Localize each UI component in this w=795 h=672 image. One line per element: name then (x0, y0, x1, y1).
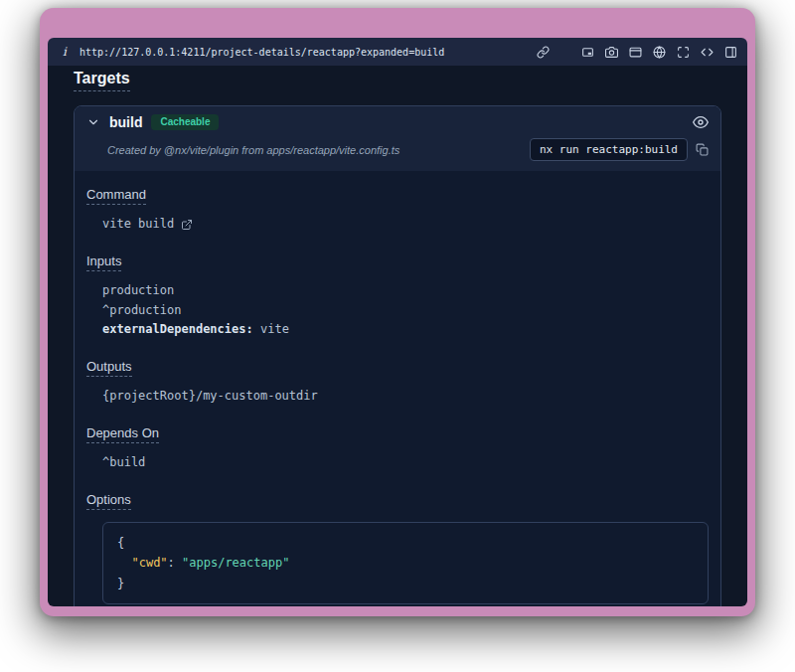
target-card-build: build Cacheable Created by @nx/vite/plug… (74, 105, 721, 606)
options-json-block: { "cwd": "apps/reactapp" } (102, 522, 709, 604)
browser-toolbar: i http://127.0.0.1:4211/project-details/… (48, 38, 747, 66)
link-icon[interactable] (537, 46, 550, 59)
cacheable-badge: Cacheable (151, 114, 219, 130)
options-label: Options (86, 492, 131, 510)
toolbar-actions (537, 46, 737, 59)
eye-icon[interactable] (693, 114, 709, 130)
target-header-build[interactable]: build Cacheable (75, 106, 720, 132)
chevron-down-icon[interactable] (86, 115, 100, 129)
code-icon[interactable] (701, 46, 714, 59)
browser-window-frame: i http://127.0.0.1:4211/project-details/… (40, 8, 755, 616)
outputs-label: Outputs (86, 359, 132, 377)
output-item: {projectRoot}/my-custom-outdir (102, 387, 709, 407)
sidebar-icon[interactable] (724, 46, 737, 59)
section-options: Options { "cwd": "apps/reactapp" } (86, 490, 709, 604)
created-by-text: Created by @nx/vite/plugin from apps/rea… (107, 144, 522, 156)
section-inputs: Inputs production ^production externalDe… (86, 252, 709, 340)
globe-icon[interactable] (653, 46, 666, 59)
target-meta-row: Created by @nx/vite/plugin from apps/rea… (75, 132, 720, 171)
pip-icon[interactable] (581, 46, 594, 59)
depends-on-item: ^build (102, 453, 709, 473)
target-details: Command vite build Inputs production (75, 171, 720, 606)
external-link-icon[interactable] (181, 219, 193, 231)
json-key: "cwd" (131, 556, 167, 570)
page-title: Targets (74, 70, 130, 91)
run-command-chip[interactable]: nx run reactapp:build (530, 138, 688, 161)
address-url: http://127.0.0.1:4211/project-details/re… (80, 47, 529, 58)
input-item: production (102, 281, 709, 301)
command-value: vite build (102, 215, 174, 235)
depends-on-label: Depends On (86, 425, 159, 443)
inputs-label: Inputs (86, 253, 121, 271)
command-label: Command (86, 187, 146, 205)
info-icon: i (58, 45, 72, 59)
project-details-page: Targets build Cacheable Created by @nx/v… (48, 66, 747, 606)
section-outputs: Outputs {projectRoot}/my-custom-outdir (86, 357, 709, 407)
fullscreen-icon[interactable] (677, 46, 690, 59)
section-command: Command vite build (86, 185, 709, 235)
copy-icon[interactable] (696, 143, 709, 156)
camera-icon[interactable] (605, 46, 618, 59)
section-depends-on: Depends On ^build (86, 423, 709, 473)
target-name: build (109, 114, 142, 130)
input-item-external-deps: externalDependencies: vite (102, 320, 709, 340)
window-icon[interactable] (629, 46, 642, 59)
json-string-value: "apps/reactapp" (182, 556, 289, 570)
input-item: ^production (102, 301, 709, 321)
